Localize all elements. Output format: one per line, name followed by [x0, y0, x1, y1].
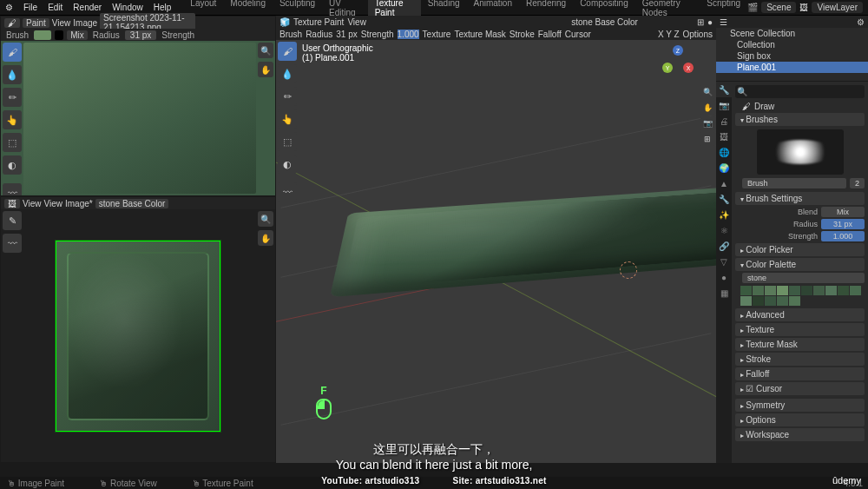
nav-gizmo[interactable]: Z Y X — [661, 45, 695, 80]
mode-dropdown[interactable]: Paint — [23, 18, 49, 28]
ptab-world-icon[interactable]: 🌍 — [716, 160, 732, 175]
smear-tool-icon[interactable]: 👆 — [3, 110, 22, 129]
blend-mode[interactable]: Mix — [67, 30, 88, 40]
ieb-image[interactable]: Image* — [65, 199, 93, 208]
outliner-scene[interactable]: Scene Collection — [716, 28, 868, 39]
vp-stroke[interactable]: Stroke — [510, 30, 535, 39]
ptab-physics-icon[interactable]: ⚛ — [716, 222, 732, 238]
vp-overlay-icon[interactable]: ⊞ — [697, 17, 704, 27]
vp-clone-icon[interactable]: ⬚ — [278, 132, 297, 151]
menu-window[interactable]: Window — [107, 3, 148, 12]
palette-swatch[interactable] — [753, 286, 764, 295]
filter-icon[interactable]: ⚙ — [857, 17, 865, 27]
ptab-tex-icon[interactable]: ▦ — [716, 285, 732, 301]
annotate2-tool-icon[interactable]: 〰 — [3, 234, 22, 253]
falloff-section[interactable]: Falloff — [735, 367, 865, 380]
ie-menu-image[interactable]: Image — [73, 18, 97, 28]
vp-shading-icon[interactable]: ● — [707, 17, 713, 27]
vp-radius[interactable]: 31 px — [336, 30, 357, 39]
cursor-section[interactable]: ☑ Cursor — [735, 382, 865, 395]
blend-value[interactable]: Mix — [821, 207, 865, 217]
ieb-view[interactable]: View — [23, 199, 42, 208]
brushes-section[interactable]: Brushes — [735, 113, 865, 126]
palette-swatch[interactable] — [765, 286, 776, 295]
stroke-section[interactable]: Stroke — [735, 353, 865, 366]
sample-tool-icon[interactable]: ✎ — [3, 211, 22, 230]
zoom-vp-icon[interactable]: 🔍 — [700, 85, 714, 99]
vp-annotate-icon[interactable]: 〰 — [278, 182, 297, 202]
palette-swatch[interactable] — [777, 286, 788, 295]
persp-vp-icon[interactable]: ⊞ — [700, 132, 714, 146]
axis-x-icon[interactable]: X — [683, 63, 694, 73]
camera-vp-icon[interactable]: 📷 — [700, 116, 714, 130]
fill-tool-icon[interactable]: 💧 — [3, 65, 22, 84]
ptab-constraint-icon[interactable]: 🔗 — [716, 238, 732, 254]
advanced-section[interactable]: Advanced — [735, 308, 865, 321]
viewport-canvas[interactable]: User Orthographic (1) Plane.001 🖌 💧 ✏ 👆 … — [276, 40, 716, 463]
ptab-mat-icon[interactable]: ● — [716, 269, 732, 285]
color-secondary[interactable] — [55, 30, 63, 40]
ptab-view-icon[interactable]: 🖼 — [716, 129, 732, 144]
texmask-section[interactable]: Texture Mask — [735, 338, 865, 351]
palette-swatch[interactable] — [801, 286, 812, 295]
palette-swatch[interactable] — [777, 296, 788, 306]
vp-soften-icon[interactable]: ✏ — [278, 87, 297, 106]
axis-y-icon[interactable]: Y — [662, 63, 673, 73]
ptab-mod-icon[interactable]: 🔧 — [716, 191, 732, 207]
brush-name-field[interactable]: Brush — [742, 178, 846, 188]
vp-mask-icon[interactable]: ◐ — [278, 155, 297, 174]
palette-swatch[interactable] — [813, 286, 825, 295]
search-icon[interactable]: 🔍 — [737, 87, 747, 96]
stone-mesh[interactable] — [330, 188, 716, 298]
palette-name[interactable]: stone — [742, 273, 865, 283]
symmetry-section[interactable]: Symmetry — [735, 399, 865, 412]
clone-tool-icon[interactable]: ⬚ — [3, 133, 22, 152]
palette-swatch[interactable] — [753, 296, 764, 306]
pan-icon[interactable]: ✋ — [258, 62, 273, 77]
vp-slot[interactable]: stone Base Color — [571, 17, 638, 27]
mask-tool-icon[interactable]: ◐ — [3, 155, 22, 175]
ptab-scene-icon[interactable]: 🌐 — [716, 144, 732, 160]
vp-smear-icon[interactable]: 👆 — [278, 109, 297, 129]
editor-type2-icon[interactable]: 🖼 — [4, 199, 20, 208]
image-canvas-top[interactable]: 🖌 💧 ✏ 👆 ⬚ ◐ 〰 🔍 ✋ — [1, 41, 275, 195]
vp-brush-tool-icon[interactable]: 🖌 — [278, 42, 297, 61]
soften-tool-icon[interactable]: ✏ — [3, 88, 22, 107]
pan2-icon[interactable]: ✋ — [258, 230, 273, 246]
outliner-collection[interactable]: Collection — [716, 39, 868, 50]
vp-mode[interactable]: Texture Paint — [293, 17, 344, 27]
ptab-data-icon[interactable]: ▽ — [716, 254, 732, 269]
color-primary[interactable] — [34, 30, 51, 40]
viewlayer-field[interactable]: ViewLayer — [812, 2, 863, 13]
menu-help[interactable]: Help — [148, 3, 177, 12]
radius-val[interactable]: 31 px — [125, 30, 156, 40]
zoom2-icon[interactable]: 🔍 — [258, 211, 273, 227]
scene-field[interactable]: Scene — [761, 2, 796, 13]
menu-edit[interactable]: Edit — [43, 3, 68, 12]
ieb-view2[interactable]: View — [44, 199, 63, 208]
zoom-icon[interactable]: 🔍 — [258, 43, 273, 58]
palette-swatch[interactable] — [825, 286, 837, 295]
ptab-output-icon[interactable]: 🖨 — [716, 113, 732, 129]
menu-render[interactable]: Render — [68, 3, 107, 12]
palette-swatch[interactable] — [740, 296, 752, 306]
axis-z-icon[interactable]: Z — [673, 45, 683, 56]
colorpicker-section[interactable]: Color Picker — [735, 243, 865, 256]
ptab-obj-icon[interactable]: ▲ — [716, 175, 732, 191]
vp-tex[interactable]: Texture — [423, 30, 451, 39]
ieb-imgname[interactable]: stone Base Color — [95, 199, 169, 208]
ie-menu-view[interactable]: View — [52, 18, 71, 28]
brush-tool-icon[interactable]: 🖌 — [3, 43, 22, 62]
palette-swatch[interactable] — [789, 296, 800, 306]
palette-swatch[interactable] — [789, 286, 800, 295]
radius-value[interactable]: 31 px — [821, 219, 865, 229]
editor-type-icon[interactable]: 🖌 — [4, 18, 20, 28]
palette-swatch[interactable] — [765, 296, 776, 306]
ptab-tool-icon[interactable]: 🔧 — [716, 82, 732, 97]
strength-value[interactable]: 1.000 — [821, 231, 865, 241]
workspace-section[interactable]: Workspace — [735, 428, 865, 441]
vp-xyz[interactable]: X Y Z — [658, 30, 680, 39]
vp-texmask[interactable]: Texture Mask — [454, 30, 505, 39]
menu-file[interactable]: File — [18, 3, 43, 12]
vp-view[interactable]: View — [347, 17, 366, 27]
